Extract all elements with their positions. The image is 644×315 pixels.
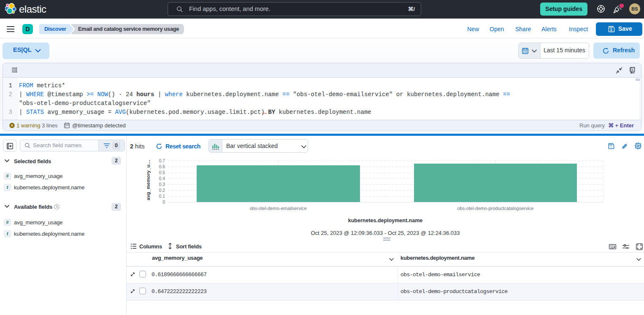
svg-text:0.3: 0.3 — [159, 182, 165, 187]
svg-text:0.1: 0.1 — [159, 194, 165, 199]
svg-text:0.7: 0.7 — [159, 158, 165, 163]
svg-text:avg_memory_u…: avg_memory_u… — [146, 160, 151, 200]
svg-text:0.5: 0.5 — [159, 170, 165, 175]
svg-text:0.2: 0.2 — [159, 188, 165, 193]
svg-text:0.6: 0.6 — [159, 164, 165, 169]
svg-text:0.4: 0.4 — [159, 176, 165, 181]
svg-text:0: 0 — [162, 199, 165, 205]
